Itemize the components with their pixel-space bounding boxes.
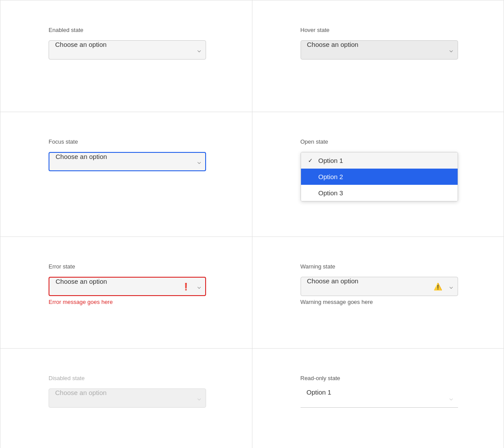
readonly-select-wrapper: Option 1 ⌵ [301, 388, 458, 408]
enabled-state-label: Enabled state [49, 27, 217, 33]
warning-placeholder: Choose an option [307, 277, 359, 285]
hover-state-label: Hover state [301, 27, 469, 33]
error-state-label: Error state [49, 263, 217, 270]
error-state-cell: Error state Choose an option ❗ ⌵ Error m… [0, 237, 252, 349]
dropdown-item-option3[interactable]: Option 3 [301, 185, 458, 201]
readonly-value: Option 1 [307, 388, 332, 396]
readonly-select: Option 1 [301, 388, 458, 408]
option1-text: Option 1 [318, 157, 343, 164]
open-dropdown: ✓ Option 1 Option 2 Option 3 [301, 152, 458, 201]
error-message: Error message goes here [49, 299, 217, 305]
error-select[interactable]: Choose an option [49, 277, 206, 296]
enabled-placeholder: Choose an option [55, 41, 107, 48]
focus-select[interactable]: Choose an option [49, 152, 206, 171]
disabled-select: Choose an option [49, 388, 206, 408]
disabled-select-wrapper: Choose an option ⌵ [49, 388, 206, 408]
focus-state-label: Focus state [49, 138, 217, 145]
enabled-state-cell: Enabled state Choose an option ⌵ [0, 0, 252, 112]
warning-select[interactable]: Choose an option [301, 277, 458, 296]
open-state-label: Open state [301, 138, 469, 145]
hover-state-cell: Hover state Choose an option ⌵ [252, 0, 504, 112]
readonly-state-label: Read-only state [301, 375, 469, 381]
readonly-state-cell: Read-only state Option 1 ⌵ [252, 349, 504, 448]
dropdown-item-option1[interactable]: ✓ Option 1 [301, 152, 458, 169]
warning-state-cell: Warning state Choose an option ⚠️ ⌵ Warn… [252, 237, 504, 349]
error-select-wrapper: Choose an option ❗ ⌵ [49, 277, 206, 296]
hover-select[interactable]: Choose an option [301, 40, 458, 60]
option3-text: Option 3 [318, 189, 343, 197]
focus-state-cell: Focus state Choose an option ⌵ [0, 112, 252, 237]
checkmark-icon: ✓ [308, 157, 315, 164]
enabled-select-wrapper: Choose an option ⌵ [49, 40, 206, 60]
open-state-cell: Open state ✓ Option 1 Option 2 Option 3 [252, 112, 504, 237]
dropdown-item-option2[interactable]: Option 2 [301, 169, 458, 185]
hover-placeholder: Choose an option [307, 41, 359, 48]
warning-message: Warning message goes here [301, 299, 469, 305]
disabled-state-cell: Disabled state Choose an option ⌵ [0, 349, 252, 448]
option2-text: Option 2 [318, 173, 343, 180]
disabled-state-label: Disabled state [49, 375, 217, 381]
states-grid: Enabled state Choose an option ⌵ Hover s… [0, 0, 504, 448]
enabled-select[interactable]: Choose an option [49, 40, 206, 60]
warning-select-wrapper: Choose an option ⚠️ ⌵ [301, 277, 458, 296]
focus-placeholder: Choose an option [56, 153, 107, 160]
warning-state-label: Warning state [301, 263, 469, 270]
focus-select-wrapper: Choose an option ⌵ [49, 152, 206, 171]
disabled-placeholder: Choose an option [55, 389, 107, 396]
error-placeholder: Choose an option [56, 278, 107, 285]
hover-select-wrapper: Choose an option ⌵ [301, 40, 458, 60]
